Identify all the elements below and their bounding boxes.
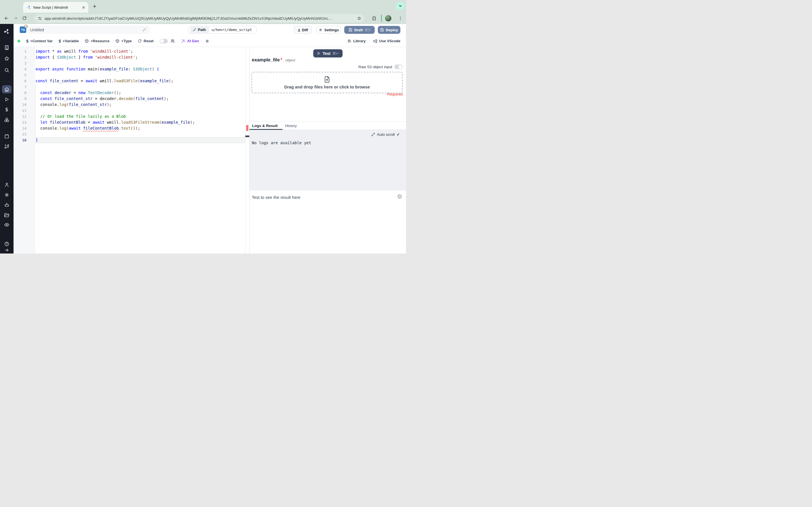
draft-label: Draft [354,28,363,32]
sidebar-item-favorites[interactable] [4,56,10,61]
main-area: TS Untitled Path u/henr [13,24,406,253]
windmill-app: TS Untitled Path u/henr [0,24,406,253]
sidebar-item-settings[interactable] [4,192,10,198]
url-bar[interactable]: app.windmill.dev/scripts/add#JTdCJTIyaGF… [35,14,364,22]
toolbar-right: Library Use VScode [347,39,400,43]
tab-logs-result[interactable]: Logs & Result [250,122,283,129]
sidebar-item-resources[interactable] [4,117,10,122]
deploy-button[interactable]: Deploy [378,26,400,34]
preview-panel: Test ⌘↵ example_file * object Raw S3 obj… [249,47,406,253]
gear-icon [319,28,322,32]
pinned-extension-divider [381,15,382,22]
test-button[interactable]: Test ⌘↵ [313,49,343,57]
info-icon[interactable] [397,194,402,199]
reset-button[interactable]: Reset [138,39,153,43]
windmill-logo-icon[interactable] [3,28,10,35]
required-asterisk: * [281,57,282,62]
library-button[interactable]: Library [347,39,366,43]
tab-title: New Script | Windmill [33,5,80,10]
screen: New Script | Windmill app.windmill.dev/s… [0,0,406,253]
script-title-input[interactable]: Untitled [27,26,149,34]
new-tab-icon[interactable] [92,4,97,9]
forward-icon[interactable] [13,16,18,21]
reload-icon[interactable] [22,16,27,20]
sidebar-item-home[interactable] [2,86,11,94]
code-lines[interactable]: import * as wmill from 'windmill-client'… [36,48,245,143]
ai-gen-button[interactable]: AI Gen [181,39,199,43]
no-logs-message: No logs are available yet [252,140,311,145]
sidebar [0,24,13,253]
add-variable-button[interactable]: $ +Variable [59,39,79,43]
browser-menu-icon[interactable] [398,16,403,20]
profile-avatar[interactable] [385,15,391,21]
add-type-button[interactable]: +Type [115,39,132,43]
site-settings-icon[interactable] [38,16,42,20]
sidebar-expand-icon[interactable] [4,248,9,252]
browser-tab[interactable]: New Script | Windmill [23,2,88,13]
sidebar-item-audit-logs[interactable] [4,222,10,228]
result-placeholder: Test to see the result here [252,195,301,200]
draft-button[interactable]: Draft ⌘S [344,26,375,34]
tab-search-chevron-icon[interactable] [396,2,404,10]
file-dropzone[interactable]: Drag and drop files here or click to bro… [252,72,403,93]
sidebar-item-search[interactable] [4,68,10,73]
sidebar-item-variables[interactable] [4,107,9,112]
path-button[interactable]: Path u/henri/demo_script [188,26,257,34]
sidebar-item-users[interactable] [4,182,9,187]
add-context-var-button[interactable]: $ +Context Var [26,39,53,43]
edit-path-pencil-icon [193,28,196,32]
raw-s3-toggle[interactable] [395,64,403,69]
ai-gen-label: AI Gen [187,39,199,43]
reset-label: Reset [144,39,153,43]
sidebar-divider [1,81,12,82]
tab-history[interactable]: History [283,122,302,129]
gear-icon [205,39,209,43]
sidebar-item-folders[interactable] [4,213,10,218]
vscode-icon [373,39,377,43]
sidebar-item-help[interactable] [4,241,10,247]
use-vscode-button[interactable]: Use VScode [373,39,400,43]
argument-type: object [285,58,295,62]
resource-label: +Resource [91,39,109,43]
auto-scroll-control[interactable]: Auto scroll ✓ [370,132,402,137]
wand-sparkles-icon [181,39,186,43]
sidebar-item-workspace[interactable] [4,45,10,50]
multiplayer-toggle[interactable] [160,39,168,43]
typescript-language-badge[interactable]: TS [20,26,26,33]
check-icon: ✓ [397,132,400,136]
script-title-text: Untitled [30,27,142,32]
dropzone-label: Drag and drop files here or click to bro… [284,84,370,89]
argument-header: example_file * object [252,57,295,62]
path-value: u/henri/demo_script [209,26,255,33]
sidebar-item-runs[interactable] [4,97,9,102]
package-icon [85,39,89,43]
back-icon[interactable] [4,16,9,21]
editor-scrollbar[interactable] [245,47,249,253]
editor-settings-button[interactable] [205,39,209,43]
tab-close-icon[interactable] [82,6,86,9]
url-text: app.windmill.dev/scripts/add#JTdCJTIyaGF… [45,16,354,20]
save-icon [349,28,352,32]
draft-shortcut: ⌘S [364,28,370,32]
diff-icon: ± [298,28,300,32]
settings-button[interactable]: Settings [316,26,341,34]
raw-s3-label: Raw S3 object input [358,65,392,69]
sidebar-item-routes[interactable] [4,144,10,149]
result-area: Test to see the result here [250,190,406,253]
bookmark-star-icon[interactable] [357,16,361,20]
active-item-highlight [2,86,11,94]
extensions-icon[interactable] [371,16,377,21]
browser-tabstrip: New Script | Windmill [0,0,406,13]
windmill-favicon [27,5,31,10]
edit-title-pencil-icon[interactable] [142,28,146,32]
error-overview-marker [246,125,248,131]
sidebar-item-workers[interactable] [4,203,10,208]
status-dot [17,40,20,43]
add-resource-button[interactable]: +Resource [85,39,109,43]
lang-badge-text: TS [21,28,25,32]
diff-label: Diff [302,28,308,32]
diff-button[interactable]: ± Diff [294,26,312,34]
split-drag-handle[interactable] [245,135,249,137]
sidebar-item-schedules[interactable] [4,134,9,139]
code-editor[interactable]: 12345678910111213141516 import * as wmil… [13,47,249,253]
